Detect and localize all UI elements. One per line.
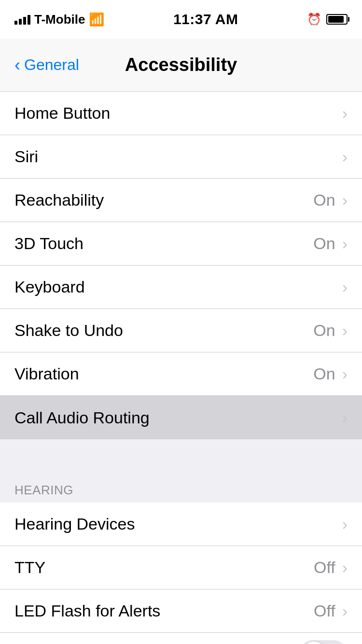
row-home-button[interactable]: Home Button › xyxy=(0,92,362,135)
signal-bar-4 xyxy=(28,15,30,25)
status-time: 11:37 AM xyxy=(173,11,238,28)
toggle-knob-mono-audio xyxy=(301,642,327,644)
carrier-label: T-Mobile xyxy=(34,12,85,27)
status-bar: T-Mobile 📶 11:37 AM ⏰ xyxy=(0,0,362,39)
hearing-section-header: HEARING xyxy=(0,473,362,503)
chevron-icon-vibration: › xyxy=(342,364,348,383)
row-label-tty: TTY xyxy=(14,558,314,577)
signal-bar-1 xyxy=(14,21,17,25)
row-reachability[interactable]: Reachability On › xyxy=(0,179,362,222)
chevron-icon-siri: › xyxy=(342,147,348,166)
row-value-vibration: On xyxy=(313,364,335,383)
hearing-settings-group: Hearing Devices › TTY Off › LED Flash fo… xyxy=(0,503,362,644)
row-label-reachability: Reachability xyxy=(14,191,313,210)
chevron-icon-3d-touch: › xyxy=(342,234,348,253)
row-value-3d-touch: On xyxy=(313,234,335,253)
row-tty[interactable]: TTY Off › xyxy=(0,546,362,589)
row-value-tty: Off xyxy=(314,558,335,577)
alarm-icon: ⏰ xyxy=(307,13,321,26)
row-label-led-flash: LED Flash for Alerts xyxy=(14,602,314,620)
row-value-reachability: On xyxy=(313,191,335,210)
row-label-siri: Siri xyxy=(14,147,342,166)
row-label-shake-to-undo: Shake to Undo xyxy=(14,321,313,340)
row-vibration[interactable]: Vibration On › xyxy=(0,352,362,396)
row-label-call-audio-routing: Call Audio Routing xyxy=(14,408,342,427)
row-value-shake-to-undo: On xyxy=(313,321,335,340)
signal-bar-2 xyxy=(19,19,22,25)
row-3d-touch[interactable]: 3D Touch On › xyxy=(0,222,362,266)
signal-bars xyxy=(14,14,30,25)
row-shake-to-undo[interactable]: Shake to Undo On › xyxy=(0,309,362,352)
status-right: ⏰ xyxy=(307,13,348,26)
nav-bar: ‹ General Accessibility xyxy=(0,39,362,92)
page-title: Accessibility xyxy=(125,55,237,75)
wifi-icon: 📶 xyxy=(89,12,104,27)
row-label-hearing-devices: Hearing Devices xyxy=(14,515,342,533)
row-label-3d-touch: 3D Touch xyxy=(14,234,313,253)
row-label-vibration: Vibration xyxy=(14,364,313,383)
chevron-icon-hearing-devices: › xyxy=(342,515,348,533)
back-chevron-icon: ‹ xyxy=(14,56,20,74)
section-gap xyxy=(0,439,362,473)
chevron-icon-tty: › xyxy=(342,558,348,577)
row-siri[interactable]: Siri › xyxy=(0,135,362,179)
row-led-flash[interactable]: LED Flash for Alerts Off › xyxy=(0,589,362,633)
signal-bar-3 xyxy=(23,17,26,25)
row-call-audio-routing[interactable]: Call Audio Routing › xyxy=(0,396,362,439)
mono-audio-toggle[interactable] xyxy=(299,640,348,644)
chevron-icon-led-flash: › xyxy=(342,602,348,620)
battery-icon xyxy=(326,14,348,25)
chevron-icon-shake-to-undo: › xyxy=(342,321,348,340)
row-value-led-flash: Off xyxy=(314,602,335,620)
main-settings-group: Home Button › Siri › Reachability On › 3… xyxy=(0,92,362,439)
row-label-keyboard: Keyboard xyxy=(14,278,342,296)
back-label: General xyxy=(24,56,79,74)
row-mono-audio[interactable]: Mono Audio xyxy=(0,633,362,644)
chevron-icon-keyboard: › xyxy=(342,278,348,296)
row-keyboard[interactable]: Keyboard › xyxy=(0,266,362,309)
status-left: T-Mobile 📶 xyxy=(14,12,104,27)
row-label-home-button: Home Button xyxy=(14,104,342,123)
chevron-icon-call-audio-routing: › xyxy=(342,408,348,427)
battery-fill xyxy=(328,16,344,23)
chevron-icon-home-button: › xyxy=(342,104,348,123)
row-hearing-devices[interactable]: Hearing Devices › xyxy=(0,503,362,546)
back-button[interactable]: ‹ General xyxy=(10,51,84,79)
chevron-icon-reachability: › xyxy=(342,191,348,210)
